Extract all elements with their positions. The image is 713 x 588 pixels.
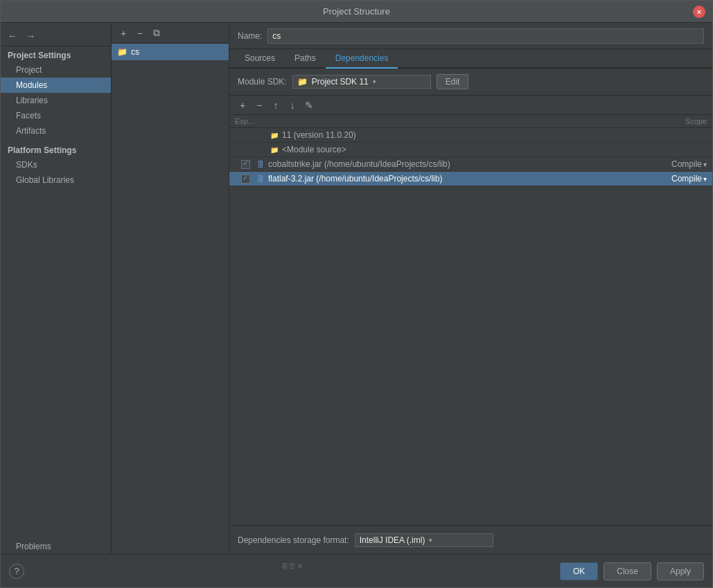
flatlaf-icon: 🗄 xyxy=(256,174,265,184)
sidebar-item-facets[interactable]: Facets xyxy=(1,108,111,123)
sidebar-item-modules[interactable]: Modules xyxy=(1,78,111,93)
dep-table: 📁 11 (version 11.0.20) 📁 <Module source> xyxy=(229,128,712,525)
sidebar-item-project[interactable]: Project xyxy=(1,62,111,78)
sdk-dropdown-arrow: ▾ xyxy=(373,78,376,85)
footer-right: OK Close Apply xyxy=(560,562,704,580)
module-sdk-label: Module SDK: xyxy=(238,77,287,87)
sdk-folder-icon: 📁 xyxy=(297,77,308,87)
watermark: 看雪 ❄ xyxy=(281,562,303,571)
table-row[interactable]: 🗄 cobaltstrike.jar (/home/ubuntu/IdeaPro… xyxy=(229,157,712,172)
project-structure-dialog: Project Structure × ← → Project Settings… xyxy=(0,0,713,588)
source-row-icon: 📁 xyxy=(270,145,279,154)
flatlaf-scope[interactable]: Compile ▾ xyxy=(637,174,707,184)
footer-left: ? xyxy=(9,564,24,579)
middle-panel: + − ⧉ 📁 cs xyxy=(112,23,229,554)
sidebar-item-global-libraries[interactable]: Global Libraries xyxy=(1,172,111,188)
sidebar-item-problems[interactable]: Problems xyxy=(1,539,111,554)
module-name: cs xyxy=(131,47,139,57)
flatlaf-name: flatlaf-3.2.jar (/home/ubuntu/IdeaProjec… xyxy=(268,174,637,184)
add-module-button[interactable]: + xyxy=(116,26,131,41)
forward-button[interactable]: → xyxy=(23,28,38,44)
name-col-header xyxy=(270,117,637,125)
sdk-value: Project SDK 11 xyxy=(312,77,369,87)
dialog-title: Project Structure xyxy=(20,6,693,17)
dep-toolbar: + − ↑ ↓ ✎ xyxy=(229,96,712,115)
flatlaf-checkbox[interactable] xyxy=(241,175,250,184)
source-row-name: <Module source> xyxy=(282,145,637,154)
dep-edit-button[interactable]: ✎ xyxy=(301,98,317,113)
storage-value: IntelliJ IDEA (.iml) xyxy=(360,535,425,545)
module-item-cs[interactable]: 📁 cs xyxy=(112,44,229,60)
sdk-row-name: 11 (version 11.0.20) xyxy=(282,130,637,140)
help-button[interactable]: ? xyxy=(9,564,24,579)
sdk-row-icon: 📁 xyxy=(270,130,279,140)
sidebar-item-artifacts[interactable]: Artifacts xyxy=(1,123,111,139)
table-row[interactable]: 📁 11 (version 11.0.20) xyxy=(229,128,712,143)
storage-label: Dependencies storage format: xyxy=(238,535,349,545)
dep-remove-button[interactable]: − xyxy=(252,98,267,113)
table-row[interactable]: 📁 <Module source> xyxy=(229,143,712,157)
right-panel: Name: Sources Paths Dependencies Module … xyxy=(229,23,712,554)
tab-paths[interactable]: Paths xyxy=(285,49,326,69)
sdk-edit-button[interactable]: Edit xyxy=(437,74,469,89)
ok-button[interactable]: OK xyxy=(560,562,598,580)
cobaltstrike-icon: 🗄 xyxy=(256,159,265,169)
tab-dependencies[interactable]: Dependencies xyxy=(326,49,398,69)
back-button[interactable]: ← xyxy=(5,28,20,44)
cobaltstrike-checkbox[interactable] xyxy=(241,160,250,169)
export-col-header: Exp... xyxy=(235,117,270,125)
cobaltstrike-name: cobaltstrike.jar (/home/ubuntu/IdeaProje… xyxy=(268,159,637,169)
scope-col-header: Scope xyxy=(637,117,707,125)
storage-select[interactable]: IntelliJ IDEA (.iml) ▾ xyxy=(355,533,493,547)
tabs-bar: Sources Paths Dependencies xyxy=(229,49,712,69)
left-panel: ← → Project Settings Project Modules Lib… xyxy=(1,23,112,554)
dep-add-button[interactable]: + xyxy=(235,98,250,113)
sidebar-item-sdks[interactable]: SDKs xyxy=(1,157,111,172)
storage-dropdown-arrow: ▾ xyxy=(429,537,432,544)
platform-settings-header: Platform Settings xyxy=(1,139,111,157)
name-input[interactable] xyxy=(267,28,704,44)
table-row[interactable]: 🗄 flatlaf-3.2.jar (/home/ubuntu/IdeaProj… xyxy=(229,172,712,186)
tab-sources[interactable]: Sources xyxy=(235,49,285,69)
name-row: Name: xyxy=(229,23,712,49)
dep-up-button[interactable]: ↑ xyxy=(268,98,283,113)
dialog-body: ← → Project Settings Project Modules Lib… xyxy=(1,23,712,554)
title-bar: Project Structure × xyxy=(1,1,712,23)
middle-toolbar: + − ⧉ xyxy=(112,23,229,44)
apply-button[interactable]: Apply xyxy=(657,562,704,580)
module-sdk-row: Module SDK: 📁 Project SDK 11 ▾ Edit xyxy=(229,69,712,96)
storage-format-bar: Dependencies storage format: IntelliJ ID… xyxy=(229,525,712,554)
copy-module-button[interactable]: ⧉ xyxy=(149,26,164,41)
close-dialog-button[interactable]: Close xyxy=(604,562,651,580)
close-button[interactable]: × xyxy=(693,6,705,18)
module-folder-icon: 📁 xyxy=(117,47,127,57)
dep-table-header: Exp... Scope xyxy=(229,115,712,128)
dep-down-button[interactable]: ↓ xyxy=(285,98,300,113)
project-settings-header: Project Settings xyxy=(1,46,111,62)
remove-module-button[interactable]: − xyxy=(132,26,148,41)
name-label: Name: xyxy=(238,31,262,41)
cobaltstrike-scope[interactable]: Compile ▾ xyxy=(637,159,707,169)
dialog-footer: ? 看雪 ❄ OK Close Apply xyxy=(1,554,712,587)
sidebar-item-libraries[interactable]: Libraries xyxy=(1,93,111,108)
sdk-select[interactable]: 📁 Project SDK 11 ▾ xyxy=(292,75,431,89)
